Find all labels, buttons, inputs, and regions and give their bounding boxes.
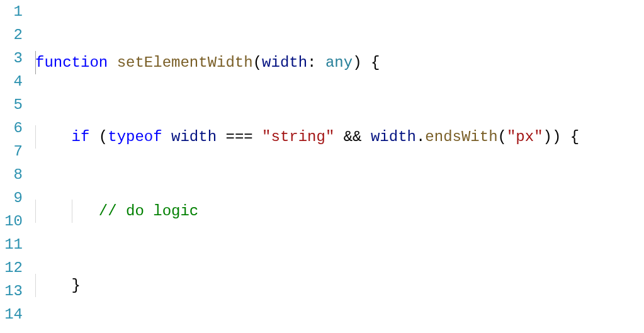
token	[108, 54, 116, 71]
token: ===	[217, 128, 262, 145]
token-identifier: width	[371, 128, 416, 145]
code-line[interactable]: // do logic	[35, 200, 644, 223]
token-keyword: typeof	[108, 128, 162, 145]
line-number: 10	[4, 213, 23, 230]
line-number: 13	[4, 283, 23, 300]
line-number: 1	[14, 3, 23, 20]
line-number: 8	[14, 166, 23, 183]
token: &&	[334, 128, 371, 145]
line-number: 9	[14, 189, 23, 206]
token-function: setElementWidth	[117, 54, 253, 71]
token-identifier: width	[171, 128, 217, 145]
token	[162, 128, 171, 145]
line-number: 6	[14, 120, 23, 137]
token-string: "string"	[262, 128, 334, 145]
token: .	[416, 128, 425, 145]
line-number: 5	[14, 96, 23, 113]
line-number-gutter: 1 2 3 4 5 6 7 8 9 10 11 12 13 14	[0, 0, 35, 333]
token-function: endsWith	[425, 128, 497, 145]
token: (	[253, 54, 262, 71]
code-line[interactable]: function setElementWidth(width: any) {	[35, 51, 644, 74]
code-line[interactable]: if (typeof width === "string" && width.e…	[35, 125, 644, 149]
line-number: 3	[14, 50, 23, 67]
token: (	[89, 128, 108, 145]
token-keyword: function	[35, 54, 108, 71]
code-area[interactable]: function setElementWidth(width: any) { i…	[35, 0, 644, 333]
token-keyword: if	[72, 128, 90, 145]
line-number: 4	[14, 73, 23, 90]
line-number: 2	[14, 26, 23, 43]
token-type: any	[325, 54, 353, 71]
token: }	[72, 277, 81, 294]
code-editor: 1 2 3 4 5 6 7 8 9 10 11 12 13 14 functio…	[0, 0, 644, 333]
token: )) {	[543, 128, 580, 145]
token-string: "px"	[507, 128, 543, 145]
line-number: 7	[14, 143, 23, 160]
token: (	[498, 128, 507, 145]
token-comment: // do logic	[99, 203, 198, 220]
token: :	[307, 54, 325, 71]
line-number: 14	[4, 306, 23, 323]
line-number: 12	[4, 259, 23, 276]
line-number: 11	[4, 236, 23, 253]
token: ) {	[353, 54, 380, 71]
token-identifier: width	[262, 54, 307, 71]
code-line[interactable]: }	[35, 274, 644, 297]
